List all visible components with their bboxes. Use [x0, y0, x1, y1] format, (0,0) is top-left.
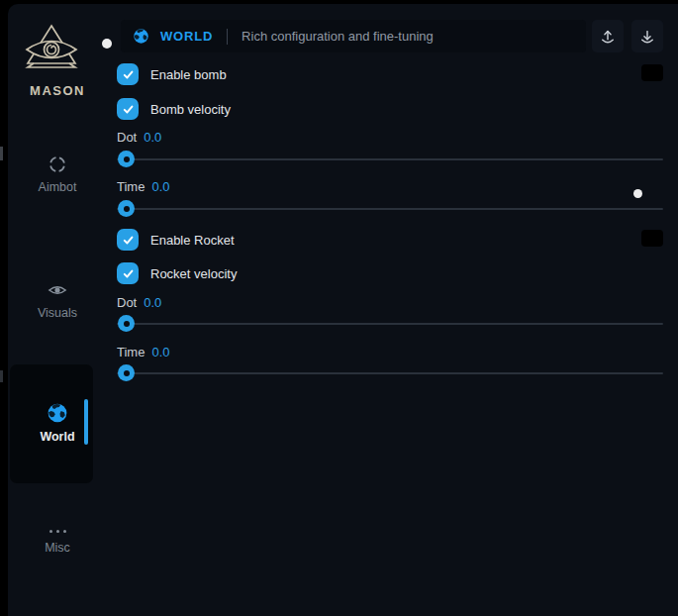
globe-icon [133, 28, 149, 45]
upload-icon [599, 28, 617, 46]
slider-value: 0.0 [144, 130, 161, 145]
slider-track[interactable] [117, 323, 663, 325]
check-icon [122, 103, 135, 116]
page-subtitle: Rich configuration and fine-tuning [242, 29, 434, 44]
slider-name: Time [117, 179, 145, 194]
slider-label-row: Dot0.0 [117, 295, 161, 311]
slider-track[interactable] [117, 372, 663, 374]
background-window-edge [0, 370, 3, 382]
slider-thumb[interactable] [118, 151, 135, 167]
import-config-button[interactable] [631, 20, 663, 52]
checkbox-checked[interactable] [117, 229, 139, 251]
eye-pyramid-icon [22, 24, 81, 77]
header-divider [227, 29, 228, 45]
checkbox-label: Enable Rocket [150, 233, 235, 248]
checkbox-row-enable-rocket[interactable]: Enable Rocket [117, 229, 235, 251]
checkbox-checked[interactable] [117, 262, 139, 284]
slider-name: Dot [117, 295, 137, 310]
page-title: WORLD [160, 29, 213, 44]
slider-name: Time [117, 345, 145, 359]
check-icon [122, 267, 135, 280]
globe-icon [47, 402, 68, 424]
sidebar-item-misc[interactable]: Misc [8, 527, 107, 555]
page-header: WORLD Rich configuration and fine-tuning [121, 20, 586, 52]
slider-value: 0.0 [151, 179, 169, 194]
sidebar-item-label: World [40, 430, 74, 444]
slider-thumb[interactable] [118, 200, 135, 217]
slider-value: 0.0 [151, 345, 169, 359]
brand-name: MASON [8, 83, 107, 98]
sidebar-item-label: Aimbot [39, 180, 77, 194]
mason-menu-window: MASON Aimbot Visuals World [8, 4, 678, 616]
sidebar-item-aimbot[interactable]: Aimbot [8, 154, 107, 194]
export-config-button[interactable] [592, 20, 624, 52]
slider-label-row: Time0.0 [117, 179, 169, 195]
download-icon [638, 28, 656, 46]
slider-track[interactable] [117, 208, 663, 210]
cursor-dot [633, 189, 642, 198]
check-icon [122, 68, 135, 81]
sidebar-item-world[interactable]: World [8, 402, 107, 444]
background-window-edge [0, 147, 3, 160]
ellipsis-icon [49, 527, 66, 535]
checkbox-checked[interactable] [117, 63, 139, 85]
slider-name: Dot [117, 130, 137, 145]
check-icon [122, 234, 135, 247]
eye-icon [48, 280, 67, 300]
slider-label-row: Time0.0 [117, 345, 169, 360]
screen: MASON Aimbot Visuals World [0, 0, 678, 616]
checkbox-row-enable-bomb[interactable]: Enable bomb [117, 63, 227, 85]
sidebar-item-label: Visuals [38, 306, 77, 320]
checkbox-row-rocket-velocity[interactable]: Rocket velocity [117, 262, 237, 284]
crosshair-icon [48, 154, 67, 174]
slider-value: 0.0 [144, 295, 161, 310]
slider-thumb[interactable] [118, 364, 135, 381]
checkbox-label: Enable bomb [150, 67, 227, 82]
sidebar-item-label: Misc [45, 541, 70, 555]
checkbox-checked[interactable] [117, 98, 139, 120]
sidebar-item-visuals[interactable]: Visuals [8, 280, 107, 320]
cursor-dot [102, 39, 112, 49]
color-swatch[interactable] [641, 64, 663, 81]
checkbox-label: Rocket velocity [150, 266, 237, 281]
checkbox-label: Bomb velocity [150, 102, 231, 117]
active-tab-indicator [84, 399, 88, 445]
color-swatch[interactable] [641, 230, 663, 247]
checkbox-row-bomb-velocity[interactable]: Bomb velocity [117, 98, 231, 120]
slider-label-row: Dot0.0 [117, 130, 161, 146]
slider-track[interactable] [117, 158, 663, 160]
slider-thumb[interactable] [118, 315, 135, 332]
